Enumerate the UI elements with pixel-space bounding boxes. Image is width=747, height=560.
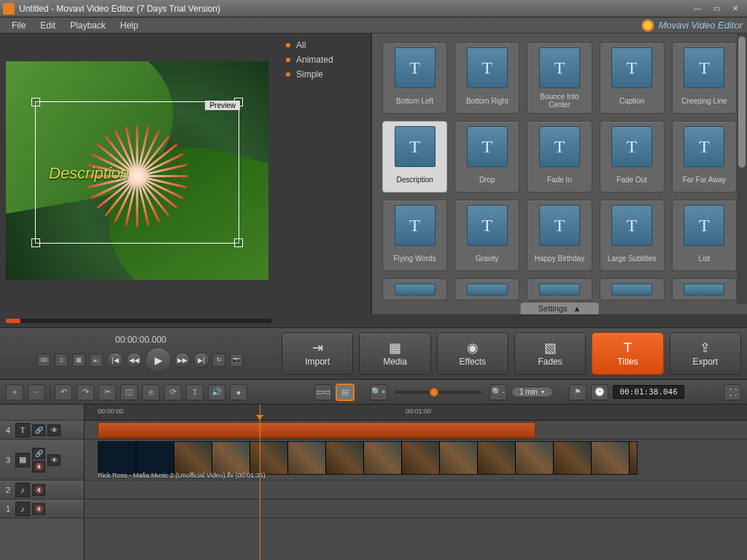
title-card[interactable]: TFlying Words [382,200,447,271]
title-thumb-icon: T [684,126,724,167]
scrub-row [0,314,747,327]
title-card[interactable]: TFade Out [600,121,665,192]
eye-icon[interactable]: 👁 [47,454,61,466]
settings-toggle[interactable]: Settings▲ [521,303,599,314]
mute-icon[interactable]: 🔇 [32,461,45,472]
selection-box[interactable]: Preview Description [35,101,239,244]
track-3-lane[interactable]: Rick Ross - Mafia Music 2 (Unofficial Vi… [85,440,747,481]
rewind-button[interactable]: ◀◀ [126,352,142,368]
title-card[interactable]: TBottom Right [454,42,519,114]
snapshot-button[interactable]: 📷 [230,354,243,367]
track-4-lane[interactable] [85,421,747,440]
title-card[interactable]: TDrop [454,121,519,192]
title-card[interactable]: TLarge Subtitles [600,200,665,271]
redo-button[interactable]: ↷ [77,384,94,400]
view-storyboard-button[interactable]: ▭▭ [314,384,332,400]
undo-button[interactable]: ↶ [55,384,72,400]
zoom-in-button[interactable]: 🔍+ [370,384,387,400]
next-frame-button[interactable]: ▶| [193,352,209,368]
forward-button[interactable]: ▶▶ [174,352,190,368]
fades-button[interactable]: ▧Fades [514,332,586,375]
title-card[interactable] [382,279,447,300]
titles-button[interactable]: TTitles [592,332,663,375]
add-button[interactable]: ＋ [6,384,23,400]
link-icon[interactable]: 🔗 [32,424,45,436]
title-card[interactable]: TGravity [454,200,519,271]
playhead[interactable] [260,405,260,560]
effects-button[interactable]: ◉Effects [437,332,508,375]
menu-edit[interactable]: Edit [33,19,63,32]
title-card[interactable]: TCaption [600,42,665,114]
media-button[interactable]: ▦Media [359,332,430,375]
video-track-icon: ▦ [15,453,30,467]
title-card[interactable] [527,279,592,300]
scrub-track[interactable] [6,319,271,323]
view-split-button[interactable]: ▯ [55,354,68,367]
track-1-header[interactable]: 1♪ 🔇 [0,499,84,518]
title-card[interactable]: THappy Birthday [527,200,592,271]
remove-button[interactable]: － [28,384,45,400]
title-overlay-text[interactable]: Description [49,164,129,183]
export-button[interactable]: ⇪Export [670,332,741,375]
mute-button[interactable]: 🔈 [90,354,103,367]
title-card[interactable]: TBottom Left [382,42,447,114]
rotate-button[interactable]: ⟳ [164,384,182,400]
menubar: File Edit Playback Help Movavi Video Edi… [0,18,747,34]
preview-viewport[interactable]: Preview Description [6,61,268,280]
title-card[interactable]: TFade In [527,121,592,192]
title-thumb-icon: T [467,205,508,246]
video-clip[interactable] [98,441,638,475]
title-card[interactable]: TList [672,200,737,271]
import-button[interactable]: ⇥Import [282,332,353,375]
title-card[interactable]: TCreeping Line [672,42,737,114]
title-card[interactable] [454,279,519,300]
marker-button[interactable]: ⚑ [569,384,587,400]
view-3d-button[interactable]: 3D [37,354,50,367]
zoom-out-button[interactable]: 🔍- [489,384,507,400]
track-2-lane[interactable] [85,481,747,499]
track-3-header[interactable]: 3▦ 🔗🔇 👁 [0,440,84,481]
timeline-timecode[interactable]: 00:01:38.046 [613,385,684,399]
audio-tool-button[interactable]: 🔊 [208,384,225,400]
view-frame-button[interactable]: ▦ [72,354,85,367]
title-clip[interactable] [98,422,535,438]
split-button[interactable]: ⎋ [142,384,160,400]
mute-icon[interactable]: 🔇 [32,503,45,515]
playback-timecode: 00:00:00.000 [115,335,166,345]
prev-frame-button[interactable]: |◀ [107,352,123,368]
menu-playback[interactable]: Playback [63,19,113,32]
track-1-lane[interactable] [85,499,747,518]
title-card[interactable]: TDescription [382,121,447,192]
track-4-header[interactable]: 4T 🔗 👁 [0,421,84,440]
maximize-button[interactable]: ▭ [708,2,725,15]
title-card[interactable]: TFar Far Away [672,121,737,192]
cut-button[interactable]: ✂ [98,384,116,400]
tracks-area[interactable]: 00:00:00 00:01:00 Rick Ross - Mafia Musi… [85,405,747,560]
link-icon[interactable]: 🔗 [32,448,45,459]
eye-icon[interactable]: 👁 [47,424,61,436]
view-timeline-button[interactable]: ▤ [336,384,354,400]
close-button[interactable]: ✕ [727,2,744,15]
play-button[interactable]: ▶ [145,347,171,373]
record-button[interactable]: ● [230,384,247,400]
loop-button[interactable]: ↻ [212,354,225,367]
text-tool-button[interactable]: T [186,384,204,400]
titles-scrollbar[interactable] [737,34,747,304]
zoom-slider[interactable] [395,391,482,394]
time-ruler[interactable]: 00:00:00 00:01:00 [85,405,747,421]
category-simple[interactable]: Simple [277,67,371,82]
crop-button[interactable]: ◫ [120,384,138,400]
track-2-header[interactable]: 2♪ 🔇 [0,481,84,499]
fullscreen-button[interactable]: ⛶ [724,384,741,400]
title-card[interactable]: TBounce Into Center [527,42,592,114]
zoom-level-pill[interactable]: 1 min▼ [511,386,553,397]
title-card[interactable] [672,279,737,300]
category-animated[interactable]: Animated [277,52,371,67]
title-card[interactable] [600,279,665,300]
category-all[interactable]: All [277,38,371,52]
menu-help[interactable]: Help [113,19,146,32]
menu-file[interactable]: File [4,19,33,32]
mute-icon[interactable]: 🔇 [32,484,45,496]
minimize-button[interactable]: — [689,2,706,15]
titles-icon: T [624,341,632,354]
